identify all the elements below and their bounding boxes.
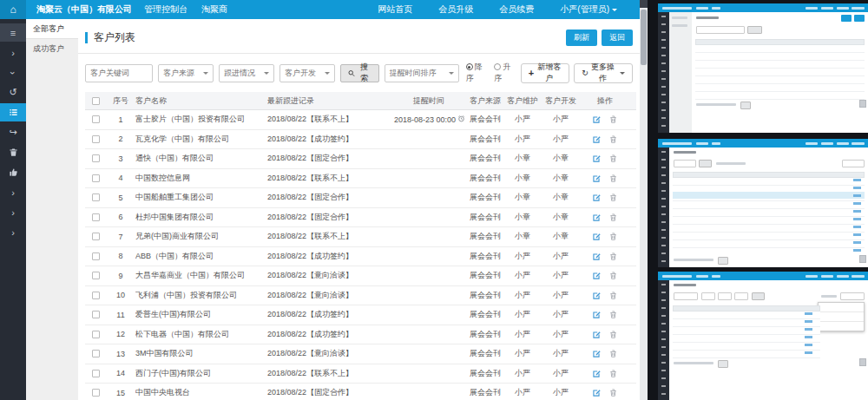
chevron-right-icon[interactable]: › — [0, 183, 26, 201]
row-checkbox[interactable] — [92, 311, 100, 318]
edit-icon[interactable] — [592, 349, 602, 358]
top-menu-website-home[interactable]: 网站首页 — [378, 3, 412, 16]
edit-icon[interactable] — [592, 213, 602, 222]
edit-icon[interactable] — [592, 330, 602, 339]
edit-icon[interactable] — [592, 115, 602, 124]
edit-icon[interactable] — [592, 134, 602, 144]
sidebar-item-success-customers[interactable]: 成功客户 — [26, 38, 78, 57]
row-checkbox[interactable] — [92, 135, 100, 143]
customer-keeper: 小章 — [503, 192, 542, 203]
row-checkbox[interactable] — [92, 292, 100, 299]
row-checkbox[interactable] — [92, 154, 100, 162]
row-no: 10 — [106, 291, 135, 299]
delete-icon[interactable] — [608, 369, 618, 378]
chevron-down-icon[interactable]: › — [0, 63, 26, 82]
user-menu[interactable]: 小严(管理员) — [560, 3, 617, 16]
sort-asc-radio[interactable]: 升序 — [494, 62, 516, 84]
back-button[interactable]: 返回 — [602, 30, 633, 46]
customer-name: 杜邦中国集团有限公司 — [135, 212, 267, 223]
trash-icon[interactable] — [0, 143, 26, 161]
history-icon[interactable]: ↺ — [0, 83, 26, 102]
row-checkbox[interactable] — [92, 331, 100, 338]
refresh-button[interactable]: 刷新 — [566, 30, 597, 46]
edit-icon[interactable] — [592, 271, 602, 280]
top-menu-member-upgrade[interactable]: 会员升级 — [438, 3, 473, 16]
screenshot-thumbnail-1[interactable] — [658, 3, 868, 133]
delete-icon[interactable] — [608, 291, 618, 300]
row-checkbox[interactable] — [92, 193, 100, 201]
customer-name: 飞利浦（中国）投资有限公司 — [135, 290, 267, 301]
customer-list-icon[interactable] — [0, 103, 26, 121]
source-select[interactable]: 客户来源 — [158, 64, 214, 82]
delete-icon[interactable] — [608, 252, 618, 261]
row-checkbox[interactable] — [92, 370, 100, 377]
more-actions-button[interactable]: ↻更多操作 — [574, 63, 633, 83]
scrollbar-thumb[interactable] — [641, 10, 647, 65]
search-button[interactable]: 搜索 — [340, 64, 379, 82]
row-checkbox[interactable] — [92, 233, 100, 240]
row-checkbox[interactable] — [92, 115, 100, 123]
row-checkbox[interactable] — [92, 213, 100, 221]
delete-icon[interactable] — [608, 388, 618, 397]
radio-icon — [494, 63, 501, 70]
screenshot-thumbnail-2[interactable] — [658, 139, 868, 267]
scroll-up-icon[interactable] — [640, 0, 648, 8]
delete-icon[interactable] — [608, 271, 618, 280]
latest-record: 2018/08/22【成功签约】 — [267, 329, 391, 340]
row-checkbox[interactable] — [92, 252, 100, 260]
vertical-scrollbar[interactable] — [640, 0, 648, 400]
row-no: 14 — [106, 369, 135, 377]
screenshot-thumbnail-3[interactable] — [658, 272, 868, 400]
top-menu-shop[interactable]: 淘聚商 — [201, 3, 227, 16]
menu-toggle-icon[interactable]: ≡ — [0, 23, 26, 42]
row-checkbox[interactable] — [92, 389, 100, 397]
delete-icon[interactable] — [608, 213, 618, 222]
edit-icon[interactable] — [592, 252, 602, 261]
row-checkbox[interactable] — [92, 350, 100, 357]
top-menu-member-renew[interactable]: 会员续费 — [499, 3, 534, 16]
remind-sort-select[interactable]: 提醒时间排序 — [385, 64, 459, 82]
select-all-checkbox[interactable] — [92, 97, 100, 105]
delete-icon[interactable] — [608, 349, 618, 358]
chevron-right-icon[interactable]: › — [0, 203, 26, 221]
customer-source: 展会会刊 — [467, 153, 503, 164]
home-icon[interactable]: ⌂ — [0, 0, 26, 19]
chevron-right-icon[interactable]: › — [0, 43, 26, 62]
edit-icon[interactable] — [592, 154, 602, 163]
row-checkbox[interactable] — [92, 272, 100, 279]
customer-name: 兄弟(中国)商业有限公司 — [135, 231, 267, 242]
edit-icon[interactable] — [592, 193, 602, 202]
customer-developer: 小严 — [542, 251, 580, 262]
logout-icon[interactable]: ↪ — [0, 123, 26, 141]
sidebar-item-all-customers[interactable]: 全部客户 — [26, 19, 78, 38]
chevron-right-icon[interactable]: › — [0, 223, 26, 241]
edit-icon[interactable] — [592, 310, 602, 319]
thumbs-up-icon[interactable] — [0, 163, 26, 181]
delete-icon[interactable] — [608, 232, 618, 241]
top-menu-console[interactable]: 管理控制台 — [144, 3, 187, 16]
developer-select[interactable]: 客户开发 — [279, 64, 335, 82]
delete-icon[interactable] — [608, 310, 618, 319]
edit-icon[interactable] — [592, 291, 602, 300]
sort-desc-radio[interactable]: 降序 — [466, 62, 488, 84]
row-checkbox[interactable] — [92, 174, 100, 182]
customer-table: 序号 客户名称 最新跟进记录 提醒时间 客户来源 客户维护 客户开发 操作 1 … — [78, 92, 640, 400]
table-row: 4 中国数控信息网 2018/08/22【联系不上】 展会会刊 小章 小章 — [85, 169, 636, 189]
delete-icon[interactable] — [608, 174, 618, 183]
edit-icon[interactable] — [592, 232, 602, 241]
latest-record: 2018/08/22【成功签约】 — [267, 251, 391, 262]
edit-icon[interactable] — [592, 388, 602, 397]
customer-keeper: 小章 — [503, 153, 542, 164]
follow-status-select[interactable]: 跟进情况 — [219, 64, 274, 82]
edit-icon[interactable] — [592, 369, 602, 378]
keyword-input[interactable] — [85, 64, 153, 82]
delete-icon[interactable] — [608, 115, 618, 124]
delete-icon[interactable] — [608, 134, 618, 144]
customer-source: 展会会刊 — [467, 231, 503, 242]
delete-icon[interactable] — [608, 330, 618, 339]
delete-icon[interactable] — [608, 154, 618, 163]
edit-icon[interactable] — [592, 174, 602, 183]
customer-developer: 小严 — [542, 348, 580, 359]
add-customer-button[interactable]: +新增客户 — [521, 63, 570, 83]
delete-icon[interactable] — [608, 193, 618, 202]
